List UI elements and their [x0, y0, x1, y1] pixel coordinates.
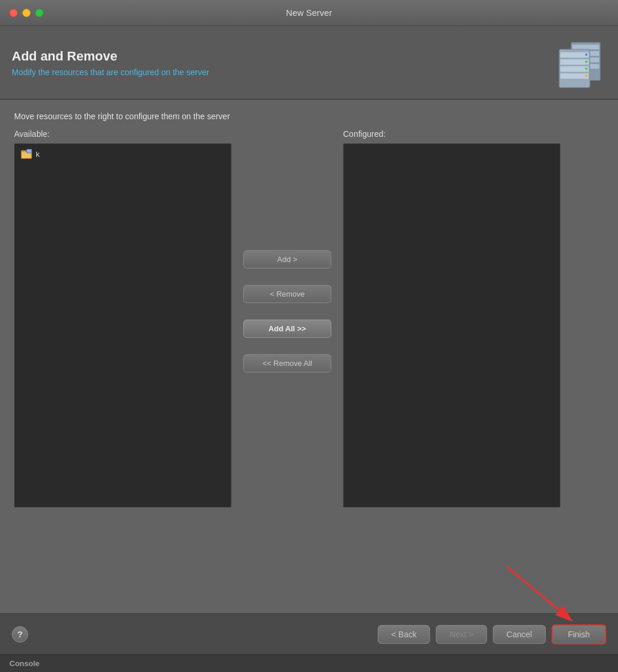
list-item[interactable]: k	[18, 147, 227, 160]
add-all-button[interactable]: Add All >>	[243, 320, 331, 338]
svg-rect-18	[27, 150, 31, 150]
svg-point-11	[585, 68, 587, 70]
list-item-label: k	[36, 150, 40, 159]
svg-rect-10	[560, 66, 589, 72]
remove-all-button[interactable]: << Remove All	[243, 354, 331, 372]
window-title: New Server	[286, 8, 332, 18]
finish-button-wrapper: Finish	[552, 624, 606, 644]
add-button[interactable]: Add >	[243, 250, 331, 268]
window-controls[interactable]	[9, 9, 43, 17]
header-section: Add and Remove Modify the resources that…	[0, 26, 618, 100]
finish-button[interactable]: Finish	[552, 624, 606, 644]
help-button[interactable]: ?	[12, 626, 28, 643]
folder-icon	[21, 149, 32, 159]
console-bar: Console	[0, 654, 618, 672]
available-list[interactable]: k	[14, 143, 231, 508]
main-content: Move resources to the right to configure…	[0, 100, 618, 654]
console-label: Console	[9, 659, 39, 668]
instruction-text: Move resources to the right to configure…	[14, 112, 604, 121]
bottom-bar: ? < Back Next > Cancel Finish	[0, 613, 618, 654]
bottom-right: < Back Next > Cancel Finish	[378, 624, 606, 644]
svg-point-7	[585, 53, 587, 56]
maximize-button[interactable]	[35, 9, 43, 17]
configured-list[interactable]	[343, 143, 560, 508]
minimize-button[interactable]	[22, 9, 31, 17]
panels-container: Available:	[14, 129, 604, 505]
svg-rect-6	[560, 52, 589, 58]
cancel-button[interactable]: Cancel	[493, 625, 546, 644]
svg-rect-8	[560, 59, 589, 65]
svg-point-9	[585, 61, 587, 63]
titlebar: New Server	[0, 0, 618, 26]
configured-panel-section: Configured:	[343, 129, 560, 508]
close-button[interactable]	[9, 9, 18, 17]
header-text: Add and Remove Modify the resources that…	[12, 49, 209, 77]
remove-button[interactable]: < Remove	[243, 285, 331, 303]
bottom-left: ?	[12, 626, 28, 643]
available-label: Available:	[14, 129, 231, 139]
available-panel-section: Available:	[14, 129, 231, 508]
svg-rect-19	[27, 151, 31, 152]
svg-point-13	[585, 75, 587, 77]
svg-rect-1	[572, 45, 599, 49]
next-button[interactable]: Next >	[436, 625, 487, 644]
svg-rect-12	[560, 73, 589, 79]
server-icon	[553, 36, 606, 89]
page-subtitle: Modify the resources that are configured…	[12, 68, 209, 77]
middle-buttons: Add > < Remove Add All >> << Remove All	[231, 129, 343, 493]
configured-label: Configured:	[343, 129, 560, 139]
page-title: Add and Remove	[12, 49, 209, 64]
back-button[interactable]: < Back	[378, 625, 430, 644]
